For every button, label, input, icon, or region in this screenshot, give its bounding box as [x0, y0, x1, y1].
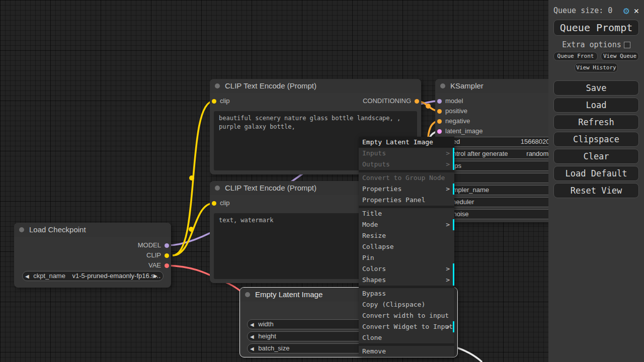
- view-queue-button[interactable]: View Queue: [601, 52, 639, 61]
- menu-item-resize[interactable]: Resize: [359, 230, 454, 241]
- node-title: KSampler: [450, 81, 484, 90]
- latent-slot-dot-icon[interactable]: [437, 129, 442, 134]
- collapse-dot-icon[interactable]: [19, 227, 24, 232]
- output-slot-model[interactable]: MODEL: [138, 241, 171, 249]
- submenu-indicator: [453, 275, 454, 286]
- steps-widget[interactable]: steps: [440, 161, 564, 171]
- scheduler-widget[interactable]: scheduler: [440, 197, 564, 207]
- conditioning-slot-dot-icon[interactable]: [415, 99, 419, 104]
- collapse-dot-icon[interactable]: [440, 83, 445, 88]
- output-slot-clip[interactable]: CLIP: [146, 251, 171, 259]
- menu-item-collapse[interactable]: Collapse: [359, 241, 454, 252]
- load-default-button[interactable]: Load Default: [553, 166, 639, 181]
- node-context-menu: Empty Latent Image Inputs > Outputs > Co…: [359, 137, 454, 357]
- stepper-left-arrow-icon[interactable]: ◀: [248, 346, 257, 351]
- menu-item-clone[interactable]: Clone: [359, 332, 454, 343]
- submenu-arrow-icon: >: [446, 275, 450, 286]
- view-history-button[interactable]: View History: [575, 63, 618, 72]
- control-after-generate-widget[interactable]: control after generate randomize: [440, 149, 564, 159]
- submenu-arrow-icon: >: [446, 184, 450, 195]
- extra-options-checkbox[interactable]: [624, 42, 630, 48]
- model-slot-dot-icon[interactable]: [165, 243, 169, 248]
- node-title: CLIP Text Encode (Prompt): [225, 81, 316, 90]
- clip-slot-dot-icon[interactable]: [165, 253, 169, 258]
- menu-item-remove[interactable]: Remove: [359, 346, 454, 357]
- node-title: Load Checkpoint: [29, 225, 86, 234]
- input-slot-positive[interactable]: positive: [435, 107, 467, 115]
- menu-item-bypass[interactable]: Bypass: [359, 288, 454, 299]
- submenu-indicator: [453, 321, 454, 332]
- submenu-arrow-icon: >: [446, 148, 450, 159]
- menu-item-convert-width-to-input[interactable]: Convert width to input: [359, 310, 454, 321]
- comfy-menu-panel: Queue size: 0 ⚙ ✕ Queue Prompt Extra opt…: [548, 0, 644, 362]
- menu-item-colors[interactable]: Colors >: [359, 263, 454, 275]
- extra-options-label: Extra options: [562, 40, 621, 49]
- settings-gear-icon[interactable]: ⚙: [623, 6, 629, 16]
- menu-item-outputs[interactable]: Outputs >: [359, 159, 454, 170]
- input-slot-clip[interactable]: clip: [210, 97, 230, 105]
- stepper-left-arrow-icon[interactable]: ◀: [248, 322, 257, 327]
- menu-item-convert-widget-to-input[interactable]: Convert Widget to Input >: [359, 321, 454, 332]
- denoise-widget[interactable]: denoise: [440, 209, 564, 219]
- node-graph-canvas[interactable]: CLIP Text Encode (Prompt) clip CONDITION…: [0, 0, 644, 362]
- queue-prompt-button[interactable]: Queue Prompt: [553, 20, 639, 36]
- cfg-widget[interactable]: cfg: [440, 173, 564, 183]
- menu-item-pin[interactable]: Pin: [359, 252, 454, 263]
- context-menu-title: Empty Latent Image: [359, 137, 454, 148]
- submenu-indicator: [453, 159, 454, 170]
- submenu-indicator: [453, 148, 454, 159]
- clipspace-button[interactable]: Clipspace: [553, 132, 639, 147]
- node-title: CLIP Text Encode (Prompt): [225, 184, 316, 192]
- collapse-dot-icon[interactable]: [245, 292, 250, 297]
- output-slot-vae[interactable]: VAE: [148, 261, 171, 269]
- node-load-checkpoint[interactable]: Load Checkpoint MODEL CLIP VAE ◀ ckpt_na…: [14, 223, 171, 288]
- submenu-indicator: [453, 219, 454, 230]
- combo-left-arrow-icon[interactable]: ◀: [23, 274, 32, 279]
- menu-item-mode[interactable]: Mode >: [359, 219, 454, 230]
- seed-widget[interactable]: seed 1566802087: [440, 137, 564, 147]
- menu-item-convert-to-group-node[interactable]: Convert to Group Node: [359, 172, 454, 184]
- menu-item-title[interactable]: Title: [359, 208, 454, 219]
- submenu-arrow-icon: >: [446, 219, 450, 230]
- collapse-dot-icon[interactable]: [215, 186, 220, 191]
- conditioning-slot-dot-icon[interactable]: [437, 119, 442, 124]
- submenu-arrow-icon: >: [446, 159, 450, 170]
- load-button[interactable]: Load: [553, 98, 639, 113]
- model-slot-dot-icon[interactable]: [437, 99, 442, 104]
- node-header[interactable]: CLIP Text Encode (Prompt): [210, 79, 421, 93]
- menu-item-copy-clipspace[interactable]: Copy (Clipspace): [359, 299, 454, 310]
- save-button[interactable]: Save: [553, 80, 639, 96]
- stepper-left-arrow-icon[interactable]: ◀: [248, 334, 257, 339]
- input-slot-latent-image[interactable]: latent_image: [435, 127, 482, 135]
- input-slot-clip[interactable]: clip: [210, 199, 230, 207]
- node-header[interactable]: Load Checkpoint: [14, 223, 171, 237]
- ckpt-name-combo-widget[interactable]: ◀ ckpt_name v1-5-pruned-emaonly-fp16.s… …: [22, 271, 164, 281]
- vae-slot-dot-icon[interactable]: [165, 263, 169, 268]
- submenu-arrow-icon: >: [446, 321, 450, 332]
- collapse-dot-icon[interactable]: [215, 83, 220, 88]
- node-title: Empty Latent Image: [255, 290, 323, 299]
- close-icon[interactable]: ✕: [634, 6, 639, 16]
- input-slot-model[interactable]: model: [435, 97, 463, 105]
- reset-view-button[interactable]: Reset View: [553, 183, 639, 198]
- submenu-indicator: [453, 263, 454, 275]
- combo-value: v1-5-pruned-emaonly-fp16.s…: [67, 272, 161, 280]
- menu-item-properties[interactable]: Properties >: [359, 184, 454, 195]
- refresh-button[interactable]: Refresh: [553, 115, 639, 130]
- clip-slot-dot-icon[interactable]: [212, 99, 216, 104]
- queue-front-button[interactable]: Queue Front: [553, 52, 598, 61]
- submenu-indicator: [453, 184, 454, 195]
- conditioning-slot-dot-icon[interactable]: [437, 109, 442, 114]
- clear-button[interactable]: Clear: [553, 149, 639, 164]
- input-slot-negative[interactable]: negative: [435, 117, 470, 125]
- menu-item-shapes[interactable]: Shapes >: [359, 275, 454, 286]
- menu-item-inputs[interactable]: Inputs >: [359, 148, 454, 159]
- combo-right-arrow-icon[interactable]: ▶: [151, 272, 160, 281]
- queue-size-label: Queue size: 0: [553, 6, 623, 15]
- menu-item-properties-panel[interactable]: Properties Panel: [359, 195, 454, 206]
- submenu-arrow-icon: >: [446, 263, 450, 275]
- output-slot-conditioning[interactable]: CONDITIONING: [363, 97, 421, 105]
- sampler-name-widget[interactable]: sampler_name: [440, 185, 564, 195]
- clip-slot-dot-icon[interactable]: [212, 201, 216, 206]
